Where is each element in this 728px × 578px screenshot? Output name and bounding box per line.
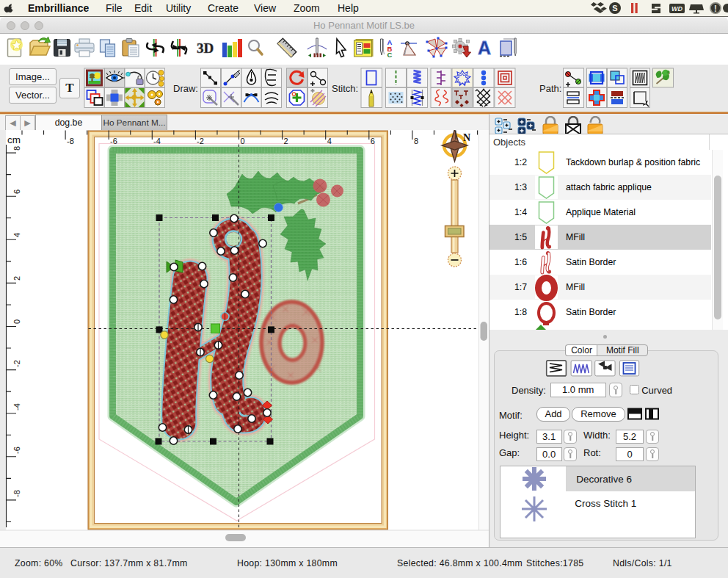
svg-text:Tackdown burlap & position fab: Tackdown burlap & position fabric bbox=[566, 157, 700, 167]
svg-text:-4: -4 bbox=[12, 403, 21, 411]
svg-text:-8: -8 bbox=[12, 490, 21, 497]
svg-text:1:3: 1:3 bbox=[514, 182, 527, 192]
svg-text:-2: -2 bbox=[12, 360, 21, 367]
svg-text:Applique Material: Applique Material bbox=[566, 207, 636, 217]
svg-text:cm: cm bbox=[7, 134, 21, 145]
svg-text:-4: -4 bbox=[153, 137, 161, 145]
svg-text:1:5: 1:5 bbox=[514, 232, 527, 242]
svg-text:8: 8 bbox=[12, 146, 21, 151]
svg-text:1:7: 1:7 bbox=[514, 282, 527, 292]
svg-text:6: 6 bbox=[371, 137, 375, 145]
svg-text:!: ! bbox=[714, 3, 717, 14]
svg-text:S: S bbox=[612, 4, 617, 12]
svg-text:-6: -6 bbox=[12, 447, 21, 454]
svg-text:3D: 3D bbox=[197, 40, 214, 56]
svg-text:2: 2 bbox=[284, 137, 288, 145]
svg-text:1:6: 1:6 bbox=[514, 257, 527, 267]
svg-text:4: 4 bbox=[12, 233, 21, 237]
svg-text:1:4: 1:4 bbox=[514, 207, 527, 217]
svg-text:4: 4 bbox=[327, 137, 332, 145]
svg-text:MFill: MFill bbox=[566, 282, 585, 292]
svg-text:MFill: MFill bbox=[566, 232, 585, 242]
svg-text:A: A bbox=[478, 37, 491, 58]
svg-text:1:8: 1:8 bbox=[514, 307, 527, 317]
svg-text:-2: -2 bbox=[197, 137, 204, 145]
svg-text:C: C bbox=[387, 51, 393, 59]
svg-text:N: N bbox=[463, 132, 470, 143]
svg-text:0: 0 bbox=[241, 137, 245, 145]
svg-text:WD: WD bbox=[671, 5, 682, 12]
svg-text:Satin Border: Satin Border bbox=[566, 257, 616, 267]
svg-text:8: 8 bbox=[414, 137, 418, 145]
svg-text:Satin Border: Satin Border bbox=[566, 307, 616, 317]
svg-text:2: 2 bbox=[12, 276, 21, 281]
svg-text:-8: -8 bbox=[67, 137, 74, 145]
svg-text:-6: -6 bbox=[110, 137, 117, 145]
svg-text:1:2: 1:2 bbox=[514, 157, 527, 167]
svg-text:0: 0 bbox=[12, 319, 21, 324]
svg-text:6: 6 bbox=[12, 189, 21, 194]
svg-text:attach fabric applique: attach fabric applique bbox=[566, 182, 652, 192]
